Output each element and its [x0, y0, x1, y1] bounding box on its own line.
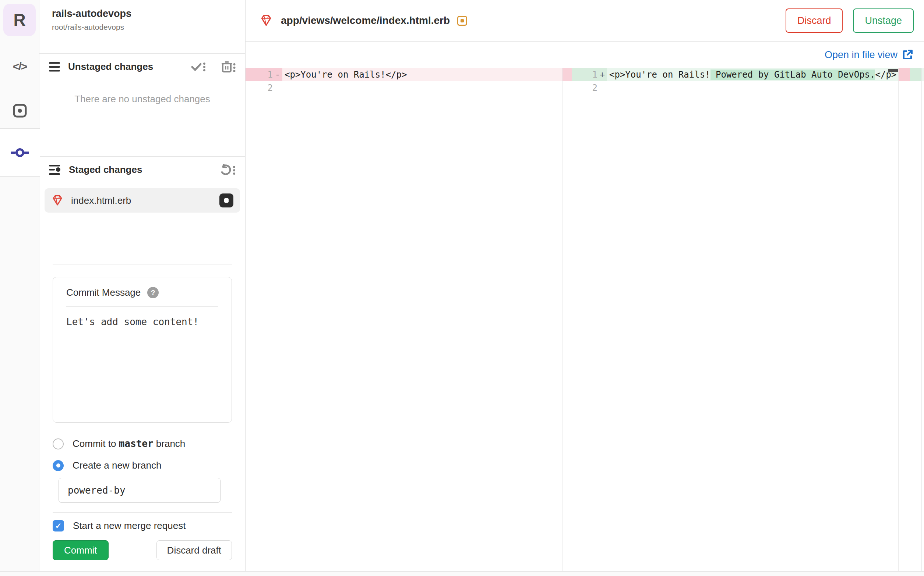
diff-pane-modified: 1+ <p>You're on Rails! Powered by GitLab… [572, 68, 924, 576]
nav-commit-mode[interactable] [0, 128, 40, 176]
staged-title: Staged changes [69, 164, 142, 176]
start-merge-request-row[interactable]: ✓ Start a new merge request [53, 520, 245, 531]
merge-request-label: Start a new merge request [73, 520, 186, 531]
discard-draft-button[interactable]: Discard draft [156, 540, 232, 560]
modified-status-icon [220, 194, 233, 208]
discard-file-button[interactable]: Discard [786, 8, 843, 33]
commit-message-label: Commit Message [66, 287, 141, 298]
file-path-title: app/views/welcome/index.html.erb [281, 15, 450, 27]
line-gutter: 2 [572, 81, 607, 94]
diff-line-context: 2 [245, 81, 572, 94]
diff-editor: 1- <p>You're on Rails!</p> 2 1+ [245, 68, 924, 576]
commit-form: Commit Message ? Let's add some content!… [39, 264, 245, 560]
ruby-file-icon [51, 195, 64, 206]
ruby-file-icon [260, 14, 273, 27]
line-gutter: 2 [245, 81, 282, 94]
new-branch-name-input[interactable] [59, 478, 220, 503]
file-header: app/views/welcome/index.html.erb Discard… [245, 0, 924, 42]
project-path: root/rails-autodevops [52, 23, 245, 32]
radio-commit-to-master[interactable]: Commit to master branch [53, 438, 245, 450]
project-header: rails-autodevops root/rails-autodevops [39, 0, 245, 32]
inserted-text: Powered by GitLab Auto DevOps. [711, 69, 876, 80]
open-file-view-row: Open in file view [245, 42, 924, 68]
nav-edit-mode[interactable]: </> [0, 50, 39, 83]
modified-indicator-icon [457, 16, 467, 26]
code-icon: </> [13, 60, 27, 73]
editor-area: app/views/welcome/index.html.erb Discard… [245, 0, 924, 576]
diff-pane-original: 1- <p>You're on Rails!</p> 2 [245, 68, 572, 576]
master-branch-name: master [119, 438, 154, 449]
project-name: rails-autodevops [52, 8, 245, 19]
unstaged-empty-text: There are no unstaged changes [39, 93, 245, 105]
staged-list-icon [49, 165, 61, 175]
web-ide: R </> rails-autodevops root/rails-autode… [0, 0, 924, 576]
line-gutter: 1+ [572, 68, 607, 81]
commit-message-box: Commit Message ? Let's add some content! [53, 277, 232, 422]
diff-line-removed: 1- <p>You're on Rails!</p> [245, 68, 572, 81]
commit-button[interactable]: Commit [53, 540, 109, 560]
radio-button[interactable] [53, 438, 64, 450]
discard-all-icon[interactable] [221, 61, 236, 73]
diff-line-context: 2 [572, 81, 924, 94]
staged-section: Staged changes index.html.erb [39, 156, 245, 213]
commit-panel: rails-autodevops root/rails-autodevops U… [39, 0, 245, 576]
bottom-strip [0, 571, 924, 576]
nav-rail: R </> [0, 0, 39, 576]
unstaged-title: Unstaged changes [68, 61, 153, 72]
scrollbar-thumb[interactable] [888, 69, 898, 72]
commit-icon [11, 148, 29, 157]
overview-ruler-right[interactable] [898, 68, 922, 576]
nav-review-mode[interactable] [0, 94, 39, 127]
radio-create-new-branch[interactable]: Create a new branch [53, 460, 245, 471]
merge-request-checkbox[interactable]: ✓ [53, 520, 64, 531]
unstage-file-button[interactable]: Unstage [853, 8, 914, 33]
commit-message-input[interactable]: Let's add some content! [66, 316, 218, 327]
unstage-all-icon[interactable] [220, 164, 236, 176]
stage-all-icon[interactable] [191, 61, 206, 72]
external-link-icon [902, 49, 913, 60]
open-in-file-view-link[interactable]: Open in file view [825, 49, 913, 61]
help-icon[interactable]: ? [147, 287, 159, 298]
staged-file-name: index.html.erb [71, 195, 131, 206]
staged-file-row[interactable]: index.html.erb [45, 188, 240, 213]
added-code-line[interactable]: <p>You're on Rails! Powered by GitLab Au… [607, 68, 924, 81]
unstaged-section: Unstaged changes There are no unstaged c… [39, 53, 245, 105]
radio-button-selected[interactable] [53, 460, 64, 471]
hamburger-icon[interactable] [49, 62, 60, 72]
overview-ruler-left[interactable] [562, 68, 572, 576]
review-icon [13, 103, 27, 118]
diff-line-added: 1+ <p>You're on Rails! Powered by GitLab… [572, 68, 924, 81]
project-avatar: R [3, 4, 36, 36]
line-gutter: 1- [245, 68, 282, 81]
removed-code-line[interactable]: <p>You're on Rails!</p> [282, 68, 572, 81]
